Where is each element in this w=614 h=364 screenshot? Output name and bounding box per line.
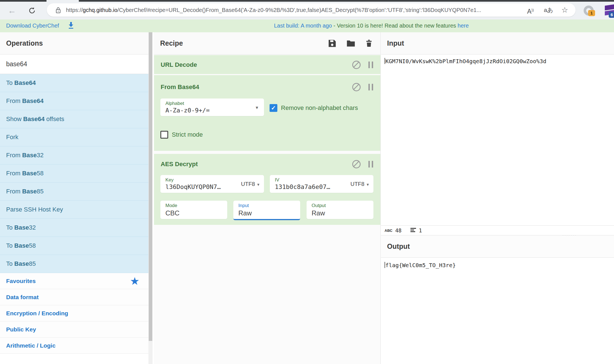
last-build-link[interactable]: Last build: A month ago bbox=[274, 23, 332, 29]
build-notice: Last build: A month ago - Version 10 is … bbox=[274, 23, 469, 29]
op-parse-ssh-host-key[interactable]: Parse SSH Host Key bbox=[0, 201, 148, 219]
back-icon[interactable]: ← bbox=[8, 2, 16, 19]
op-to-base85[interactable]: To Base85 bbox=[0, 255, 148, 273]
operations-search-input[interactable] bbox=[0, 55, 148, 74]
op-from-base85[interactable]: From Base85 bbox=[0, 183, 148, 201]
operations-scrollbar[interactable] bbox=[148, 32, 153, 364]
lock-icon bbox=[55, 7, 61, 15]
checkbox-unchecked-icon[interactable] bbox=[160, 131, 168, 139]
category-favourites[interactable]: Favourites★ bbox=[0, 273, 148, 289]
output-divider bbox=[381, 257, 614, 258]
recipe-panel: Recipe URL Decode From Base64 Alphab bbox=[154, 32, 381, 364]
key-encoding-select[interactable]: UTF8 ▼ bbox=[241, 181, 260, 187]
translate-icon[interactable]: aあ bbox=[544, 3, 553, 17]
op-to-base58[interactable]: To Base58 bbox=[0, 237, 148, 255]
op-to-base32[interactable]: To Base32 bbox=[0, 219, 148, 237]
iv-encoding-select[interactable]: UTF8 ▼ bbox=[351, 181, 370, 187]
disable-op-icon[interactable] bbox=[352, 61, 361, 69]
save-recipe-icon[interactable] bbox=[327, 39, 337, 48]
strict-mode-checkbox-row[interactable]: Strict mode bbox=[160, 131, 203, 139]
url-text[interactable]: https://gchq.github.io/CyberChef/#recipe… bbox=[66, 3, 520, 17]
app-banner: Download CyberChef Last build: A month a… bbox=[0, 19, 614, 32]
recipe-op-url-decode[interactable]: URL Decode bbox=[154, 55, 380, 74]
operations-scrollbar-thumb[interactable] bbox=[149, 32, 152, 341]
load-recipe-folder-icon[interactable] bbox=[346, 39, 356, 48]
output-textarea[interactable]: flag{WelC0m5_TO_H3re} bbox=[385, 262, 456, 269]
line-count-icon bbox=[410, 228, 416, 233]
checkbox-checked-icon[interactable]: ✓ bbox=[270, 104, 277, 112]
url-path: /CyberChef/#recipe=URL_Decode()From_Base… bbox=[118, 7, 481, 13]
purple-extension-badge: 6 bbox=[609, 12, 614, 18]
op-fork[interactable]: Fork bbox=[0, 128, 148, 146]
disable-op-icon[interactable] bbox=[352, 83, 361, 91]
remove-non-alphabet-checkbox-row[interactable]: ✓ Remove non-alphabet chars bbox=[270, 104, 358, 112]
favorites-star-icon[interactable]: ☆ bbox=[561, 3, 568, 17]
line-count: 1 bbox=[419, 227, 422, 233]
refresh-icon[interactable] bbox=[28, 6, 36, 16]
cyberchef-app: ← https://gchq.github.io/CyberChef/#reci… bbox=[0, 0, 614, 364]
input-textarea[interactable]: KGM7NI0/WvKswK%2bPlmFIhO4gqe8jJzRdOi02GQ… bbox=[385, 58, 546, 65]
extension-badge: 1 bbox=[588, 10, 595, 16]
category-public-key[interactable]: Public Key bbox=[0, 321, 148, 338]
op-from-base58[interactable]: From Base58 bbox=[0, 164, 148, 183]
category-encryption-encoding[interactable]: Encryption / Encoding bbox=[0, 305, 148, 321]
url-scheme: https:// bbox=[66, 7, 83, 13]
url-host: gchq.github.io bbox=[83, 7, 118, 13]
aes-mode-select[interactable]: Mode CBC bbox=[160, 201, 227, 219]
input-info-bar: ABC 48 1 bbox=[381, 225, 614, 235]
io-panel: Input KGM7NI0/WvKswK%2bPlmFIhO4gqe8jJzRd… bbox=[381, 32, 614, 364]
op-show-base64-offsets[interactable]: Show Base64 offsets bbox=[0, 110, 148, 128]
recipe-op-from-base64[interactable]: From Base64 Alphabet A-Za-z0-9+/= ▼ ✓ Re… bbox=[154, 75, 380, 151]
download-cyberchef-link[interactable]: Download CyberChef bbox=[6, 23, 59, 29]
alphabet-select[interactable]: Alphabet A-Za-z0-9+/= ▼ bbox=[160, 99, 264, 116]
breakpoint-pause-icon[interactable] bbox=[368, 161, 373, 168]
disable-op-icon[interactable] bbox=[352, 160, 361, 168]
op-from-base64[interactable]: From Base64 bbox=[0, 92, 148, 110]
aes-iv-field[interactable]: IV 131b0c8a7a6e07… UTF8 ▼ bbox=[270, 175, 373, 193]
aes-output-type-select[interactable]: Output Raw bbox=[307, 201, 373, 219]
recipe-header: Recipe bbox=[154, 32, 380, 55]
category-arithmetic-logic[interactable]: Arithmetic / Logic bbox=[0, 338, 148, 354]
char-count-icon: ABC bbox=[385, 228, 392, 233]
op-from-base32[interactable]: From Base32 bbox=[0, 146, 148, 164]
read-aloud-icon[interactable]: A)) bbox=[527, 3, 534, 17]
here-link[interactable]: here bbox=[458, 23, 469, 29]
operations-panel: Operations To Base64 From Base64 Show Ba… bbox=[0, 32, 148, 364]
category-data-format[interactable]: Data format bbox=[0, 289, 148, 305]
clear-recipe-trash-icon[interactable] bbox=[365, 39, 373, 48]
recipe-op-aes-decrypt[interactable]: AES Decrypt Key l36DoqKUYQP0N7… UTF8 ▼ I… bbox=[154, 154, 380, 225]
aes-key-field[interactable]: Key l36DoqKUYQP0N7… UTF8 ▼ bbox=[160, 175, 264, 193]
output-header: Output bbox=[381, 235, 614, 257]
favourites-star-icon[interactable]: ★ bbox=[131, 276, 139, 287]
download-icon[interactable] bbox=[68, 22, 74, 30]
op-to-base64[interactable]: To Base64 bbox=[0, 74, 148, 92]
operations-title: Operations bbox=[0, 32, 148, 55]
aes-input-type-select[interactable]: Input Raw bbox=[233, 201, 300, 220]
input-header: Input bbox=[381, 32, 614, 55]
breakpoint-pause-icon[interactable] bbox=[368, 84, 373, 90]
breakpoint-pause-icon[interactable] bbox=[368, 62, 373, 68]
chevron-down-icon: ▼ bbox=[255, 105, 259, 110]
char-count: 48 bbox=[395, 227, 402, 233]
recipe-title: Recipe bbox=[160, 39, 183, 47]
